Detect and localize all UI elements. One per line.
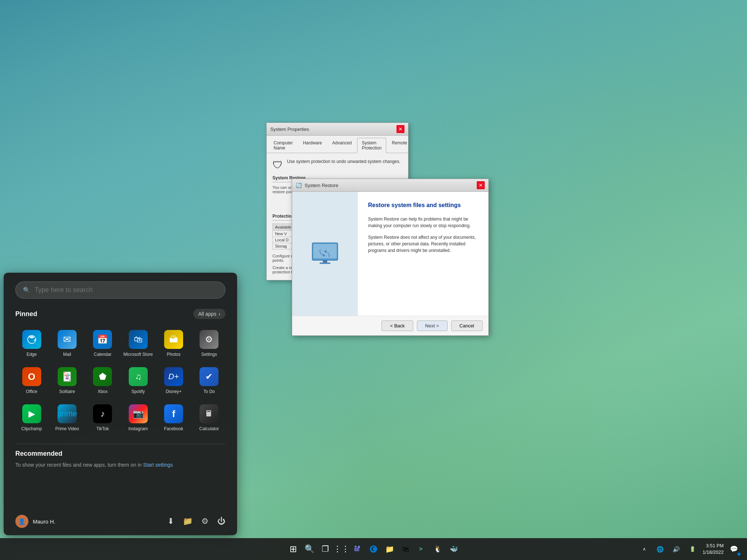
taskbar-clock[interactable]: 3:51 PM 1/18/2022 (703, 542, 724, 556)
facebook-icon: f (164, 404, 183, 423)
settings-label: Settings (201, 352, 217, 357)
photos-label: Photos (167, 352, 180, 357)
protection-info: 🛡 Use system protection to undo unwanted… (272, 159, 402, 171)
app-photos[interactable]: 🏔 Photos (157, 326, 190, 361)
tiktok-label: TikTok (96, 426, 109, 431)
restore-right-panel: Restore system files and settings System… (358, 192, 488, 316)
search-icon: 🔍 (23, 287, 30, 293)
taskbar-center: ⊞ 🔍 ❐ ⋮⋮ 📁 🛍 > 🐧 🐳 (286, 542, 461, 556)
battery-icon[interactable]: 🔋 (685, 542, 700, 556)
wsl-button[interactable]: 🐧 (430, 542, 445, 556)
app-spotify[interactable]: ♫ Spotify (122, 363, 154, 398)
restore-text-1: System Restore can help fix problems tha… (368, 216, 478, 229)
xbox-label: Xbox (98, 389, 108, 394)
search-input[interactable] (35, 286, 218, 294)
app-clipchamp[interactable]: ▶ Clipchamp (15, 401, 48, 435)
next-button[interactable]: Next > (417, 320, 448, 331)
apps-grid: Edge ✉ Mail 📅 Calendar 🛍 Microsoft Store… (15, 326, 225, 435)
taskbar-search-button[interactable]: 🔍 (302, 542, 317, 556)
pinned-title: Pinned (15, 310, 37, 318)
start-button[interactable]: ⊞ (286, 542, 301, 556)
taskbar-store-button[interactable]: 🛍 (398, 542, 413, 556)
restore-title: 🔄 System Restore (296, 183, 338, 188)
calendar-icon: 📅 (93, 330, 112, 349)
app-xbox[interactable]: ⬟ Xbox (86, 363, 119, 398)
app-prime[interactable]: prime Prime Video (51, 401, 83, 435)
teams-button[interactable] (350, 542, 365, 556)
network-icon[interactable]: 🌐 (653, 542, 667, 556)
restore-icon: 🔄 (296, 183, 302, 188)
widgets-button[interactable]: ⋮⋮ (334, 542, 349, 556)
back-button[interactable]: < Back (382, 320, 413, 331)
edge-icon (22, 330, 41, 349)
system-restore-dialog: 🔄 System Restore ✕ Restore system files … (292, 179, 489, 336)
system-tray: ∧ 🌐 🔊 🔋 (637, 542, 700, 556)
folder-button[interactable]: 📁 (183, 517, 193, 526)
calculator-label: Calculator (199, 426, 219, 431)
app-calculator[interactable]: 🖩 Calculator (193, 401, 225, 435)
app-tiktok[interactable]: ♪ TikTok (86, 401, 119, 435)
restore-computer-image (307, 236, 343, 272)
recommended-text: To show your recent files and new apps, … (15, 462, 225, 468)
tab-hardware[interactable]: Hardware (298, 138, 327, 153)
tiktok-icon: ♪ (93, 404, 112, 423)
app-disney[interactable]: D+ Disney+ (157, 363, 190, 398)
notification-button[interactable]: 💬 (727, 542, 741, 556)
docker-button[interactable]: 🐳 (446, 542, 461, 556)
restore-close-button[interactable]: ✕ (477, 181, 485, 189)
shield-icon: 🛡 (272, 159, 283, 171)
tab-remote[interactable]: Remote (387, 138, 412, 153)
cancel-button[interactable]: Cancel (451, 320, 483, 331)
notification-badge (738, 553, 740, 556)
restore-body: Restore system files and settings System… (292, 192, 488, 316)
instagram-icon: 📷 (129, 404, 148, 423)
disney-icon: D+ (164, 367, 183, 386)
facebook-label: Facebook (164, 426, 183, 431)
spotify-label: Spotify (131, 389, 145, 394)
restore-text-2: System Restore does not affect any of yo… (368, 234, 478, 254)
user-info[interactable]: 👤 Mauro H. (15, 515, 55, 528)
settings-button[interactable]: ⚙ (201, 517, 209, 526)
prime-label: Prime Video (55, 426, 79, 431)
restore-titlebar: 🔄 System Restore ✕ (292, 179, 488, 192)
system-properties-titlebar: System Properties ✕ (267, 123, 408, 136)
power-button[interactable]: ⏻ (217, 517, 225, 526)
tab-system-protection[interactable]: System Protection (357, 138, 386, 153)
taskbar-edge-button[interactable] (366, 542, 381, 556)
app-calendar[interactable]: 📅 Calendar (86, 326, 119, 361)
system-properties-close-button[interactable]: ✕ (396, 125, 405, 133)
app-solitaire[interactable]: 🃏 Solitaire (51, 363, 83, 398)
tab-computer-name[interactable]: Computer Name (269, 138, 298, 153)
download-button[interactable]: ⬇ (167, 517, 174, 526)
start-settings-link[interactable]: Start settings (143, 462, 173, 468)
restore-left-panel (292, 192, 358, 316)
svg-point-6 (355, 546, 357, 548)
taskbar-time-display: 3:51 PM (703, 542, 724, 549)
app-edge[interactable]: Edge (15, 326, 48, 361)
app-mail[interactable]: ✉ Mail (51, 326, 83, 361)
pinned-header: Pinned All apps › (15, 309, 225, 319)
app-instagram[interactable]: 📷 Instagram (122, 401, 154, 435)
search-bar[interactable]: 🔍 (15, 281, 225, 299)
start-menu: 🔍 Pinned All apps › Edge ✉ Mail 📅 (4, 273, 237, 535)
tray-expand-button[interactable]: ∧ (637, 542, 651, 556)
all-apps-button[interactable]: All apps › (193, 309, 225, 319)
task-view-button[interactable]: ❐ (318, 542, 333, 556)
photos-icon: 🏔 (164, 330, 183, 349)
calendar-label: Calendar (94, 352, 112, 357)
app-office[interactable]: O Office (15, 363, 48, 398)
recommended-title: Recommended (15, 450, 225, 458)
store-label: Microsoft Store (123, 352, 153, 357)
todo-icon: ✔ (200, 367, 218, 386)
volume-icon[interactable]: 🔊 (669, 542, 684, 556)
file-explorer-button[interactable]: 📁 (382, 542, 397, 556)
system-properties-title: System Properties (270, 127, 309, 132)
app-store[interactable]: 🛍 Microsoft Store (122, 326, 154, 361)
app-todo[interactable]: ✔ To Do (193, 363, 225, 398)
terminal-button[interactable]: > (414, 542, 429, 556)
user-actions: ⬇ 📁 ⚙ ⏻ (167, 517, 225, 526)
app-facebook[interactable]: f Facebook (157, 401, 190, 435)
app-settings[interactable]: ⚙ Settings (193, 326, 225, 361)
dialog-tabs: Computer Name Hardware Advanced System P… (267, 136, 408, 153)
tab-advanced[interactable]: Advanced (328, 138, 356, 153)
